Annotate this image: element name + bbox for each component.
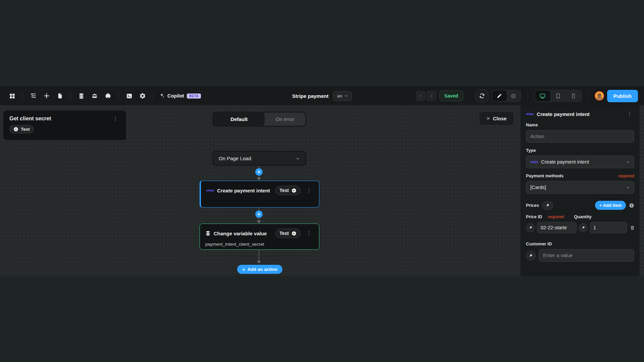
info-icon[interactable] — [629, 203, 634, 208]
delete-item-trash-icon[interactable] — [629, 225, 636, 231]
payment-methods-label: Payment methods — [526, 173, 564, 178]
kebab-menu-icon[interactable]: ⋮ — [304, 230, 314, 237]
project-title: Stripe payment — [292, 93, 328, 99]
chevron-down-icon — [344, 94, 348, 98]
plugins-puzzle-icon[interactable] — [102, 90, 114, 102]
name-input[interactable] — [526, 130, 634, 143]
close-icon: × — [487, 115, 490, 122]
bind-plug-button[interactable] — [579, 223, 588, 232]
toolbar-divider — [588, 92, 589, 100]
workflow-card-title: Get client secret — [9, 116, 51, 122]
flow-arrowhead — [257, 261, 261, 263]
kebab-menu-icon[interactable]: ⋮ — [111, 116, 120, 122]
user-avatar[interactable] — [595, 91, 604, 101]
name-field-label: Name — [526, 122, 634, 127]
panel-title: Create payment intent — [537, 111, 590, 117]
tab-on-error[interactable]: On error — [265, 113, 305, 126]
toolbar-center-group: Stripe payment en — [292, 91, 352, 101]
test-label: Test — [21, 127, 30, 132]
layers-tree-icon[interactable] — [27, 90, 39, 102]
terminal-icon[interactable] — [123, 90, 135, 102]
desktop-icon — [539, 93, 546, 99]
close-workflow-button[interactable]: × Close — [479, 112, 514, 125]
toolbar-divider — [22, 92, 23, 100]
edit-mode-button[interactable] — [492, 90, 506, 101]
chevron-down-icon — [626, 160, 630, 164]
test-run-button[interactable]: Test — [275, 229, 301, 238]
mobile-icon — [571, 93, 576, 99]
kebab-menu-icon[interactable]: ⋮ — [625, 111, 634, 117]
type-field-label: Type — [526, 148, 634, 153]
language-value: en — [337, 94, 342, 99]
stripe-logo-icon: stripe — [526, 112, 534, 116]
test-label: Test — [279, 231, 289, 236]
type-value: Create payment intent — [541, 159, 589, 165]
desktop-device-button[interactable] — [535, 90, 550, 101]
flow-connector — [259, 250, 259, 261]
users-icon[interactable] — [89, 90, 101, 102]
refresh-icon — [479, 93, 485, 99]
trigger-select[interactable]: On Page Load — [212, 151, 306, 166]
bind-plug-button[interactable] — [526, 223, 535, 232]
chevron-left-icon — [419, 94, 423, 98]
toolbar-left-group: Copilot BETA — [6, 90, 292, 102]
insert-action-plus-button[interactable]: + — [255, 168, 263, 176]
preview-eye-icon — [511, 93, 516, 99]
copilot-label: Copilot — [167, 93, 184, 99]
add-action-label: Add an action — [248, 267, 277, 272]
price-id-input[interactable] — [537, 222, 577, 233]
price-id-label: Price ID — [526, 214, 542, 219]
toolbar-divider — [118, 92, 119, 100]
payment-methods-select[interactable]: [Cards] — [526, 181, 634, 194]
workflow-canvas[interactable]: Get client secret ⋮ Test Default On erro… — [0, 105, 644, 276]
toolbar-divider — [469, 92, 470, 100]
chevron-right-icon — [429, 94, 433, 98]
mobile-device-button[interactable] — [566, 90, 581, 101]
sync-refresh-button[interactable] — [476, 89, 488, 102]
quantity-label: Quantity — [574, 214, 592, 219]
workflow-card-get-client-secret[interactable]: Get client secret ⋮ Test — [3, 111, 126, 140]
required-badge: required — [548, 214, 564, 219]
test-run-button[interactable]: Test — [9, 125, 34, 133]
tablet-device-button[interactable] — [550, 90, 566, 101]
copilot-button[interactable]: Copilot BETA — [159, 93, 201, 100]
redo-forward-button[interactable] — [426, 90, 436, 101]
data-database-icon[interactable] — [75, 90, 87, 102]
preview-mode-button[interactable] — [506, 90, 521, 101]
quantity-input[interactable] — [590, 222, 627, 233]
undo-back-button[interactable] — [416, 90, 426, 101]
play-circle-icon — [291, 188, 297, 193]
test-label: Test — [279, 188, 289, 193]
kebab-menu-icon[interactable]: ⋮ — [304, 187, 314, 194]
close-label: Close — [493, 116, 507, 121]
dashboard-grid-icon[interactable] — [6, 90, 18, 102]
action-node-change-variable-value[interactable]: Change variable value Test ⋮ payment_int… — [200, 224, 319, 250]
trigger-label: On Page Load — [219, 156, 251, 161]
add-plus-icon[interactable] — [41, 90, 53, 102]
flow-arrowhead — [257, 178, 261, 180]
settings-gear-icon[interactable] — [137, 90, 149, 102]
bind-plug-button[interactable] — [526, 251, 536, 260]
node-title: Change variable value — [214, 231, 267, 236]
bind-plug-button[interactable] — [542, 201, 553, 210]
toolbar-divider — [528, 92, 528, 100]
customer-id-input[interactable] — [539, 249, 634, 262]
chevron-down-icon — [296, 157, 300, 161]
chevron-down-icon — [626, 186, 630, 189]
language-selector[interactable]: en — [333, 91, 352, 101]
pages-document-icon[interactable] — [54, 90, 66, 102]
insert-action-plus-button[interactable]: + — [255, 210, 263, 218]
toolbar-divider — [153, 92, 153, 100]
variable-database-icon — [205, 231, 211, 236]
required-badge: required — [618, 173, 634, 178]
tab-default[interactable]: Default — [213, 113, 265, 126]
action-settings-panel: stripe Create payment intent ⋮ Name Type… — [521, 105, 640, 276]
action-node-create-payment-intent[interactable]: stripe Create payment intent Test ⋮ — [200, 181, 319, 207]
test-run-button[interactable]: Test — [275, 186, 301, 195]
add-action-button[interactable]: + Add an action — [237, 265, 282, 274]
publish-button[interactable]: Publish — [607, 90, 638, 102]
type-select[interactable]: stripe Create payment intent — [526, 156, 634, 168]
add-item-button[interactable]: + Add item — [595, 201, 626, 210]
play-circle-icon — [291, 231, 297, 236]
flow-arrowhead — [257, 221, 261, 223]
